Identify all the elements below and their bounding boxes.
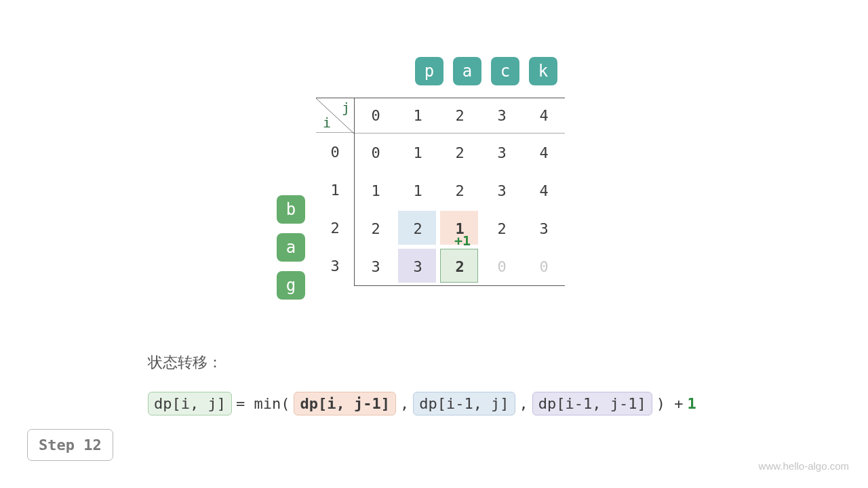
- formula-block: 状态转移： dp[i, j] = min( dp[i, j-1] , dp[i-…: [148, 352, 696, 415]
- row-index: 2: [316, 209, 354, 247]
- formula-term-up: dp[i-1, j]: [413, 392, 515, 415]
- dp-cell: 1: [397, 134, 439, 171]
- col-header: 1: [397, 98, 439, 133]
- formula-text: ,: [519, 395, 528, 412]
- source-char: a: [277, 233, 305, 262]
- watermark: www.hello-algo.com: [759, 460, 849, 472]
- dp-cell: 3: [523, 209, 565, 247]
- formula-term-diag: dp[i-1, j-1]: [532, 392, 652, 415]
- col-header: 3: [481, 98, 523, 133]
- dp-cell: 1: [397, 171, 439, 209]
- source-char: b: [277, 195, 305, 224]
- dp-grid: 0 1 2 3 4 0 1 2 3 4 1 1 2 3 4 2 2 1 2 3: [354, 98, 565, 286]
- col-header: 4: [523, 98, 565, 133]
- dp-cell: 4: [523, 171, 565, 209]
- target-char: c: [491, 57, 519, 85]
- dp-cell-current: 2: [439, 247, 481, 285]
- formula-lhs: dp[i, j]: [148, 392, 232, 415]
- source-char: g: [277, 271, 305, 300]
- dp-cell: 2: [439, 171, 481, 209]
- target-char: k: [529, 57, 557, 85]
- row-index: 3: [316, 247, 354, 285]
- col-header: 2: [439, 98, 481, 133]
- target-char: a: [453, 57, 481, 85]
- source-string-chars: b a g: [277, 195, 305, 300]
- axis-i-label: i: [323, 115, 331, 131]
- formula-term-left: dp[i, j-1]: [294, 392, 395, 415]
- grid-header-row: 0 1 2 3 4: [355, 98, 565, 134]
- dp-cell: 3: [481, 171, 523, 209]
- section-title: 状态转移：: [148, 352, 696, 373]
- formula-increment: 1: [688, 395, 696, 412]
- row-index: 0: [316, 133, 354, 171]
- target-string-chars: p a c k: [415, 57, 557, 85]
- dp-cell: 4: [523, 134, 565, 171]
- col-header: 0: [355, 98, 397, 133]
- row-index: 1: [316, 171, 354, 209]
- dp-cell-pending: 0: [523, 247, 565, 285]
- dp-cell: 0: [355, 134, 397, 171]
- grid-row: 0 1 2 3 4: [355, 134, 565, 171]
- dp-cell: 2: [481, 209, 523, 247]
- grid-row: 3 3 2 0 0: [355, 247, 565, 285]
- dp-cell: 3: [355, 247, 397, 285]
- axis-j-label: j: [342, 100, 350, 116]
- dp-cell: 2: [397, 209, 439, 247]
- formula-text: ) +: [656, 395, 684, 412]
- target-char: p: [415, 57, 443, 85]
- increment-label: +1: [454, 232, 471, 249]
- step-badge: Step 12: [27, 429, 113, 461]
- dp-cell: 1: [355, 171, 397, 209]
- dp-cell: 2: [355, 209, 397, 247]
- dp-cell-pending: 0: [481, 247, 523, 285]
- grid-row: 1 1 2 3 4: [355, 171, 565, 209]
- formula-text: = min(: [236, 395, 290, 412]
- dp-cell: 3: [481, 134, 523, 171]
- dp-cell: 2: [439, 134, 481, 171]
- axis-corner: j i: [316, 98, 354, 133]
- formula-text: ,: [400, 395, 409, 412]
- state-transition-formula: dp[i, j] = min( dp[i, j-1] , dp[i-1, j] …: [148, 392, 696, 415]
- dp-cell: 3: [397, 247, 439, 285]
